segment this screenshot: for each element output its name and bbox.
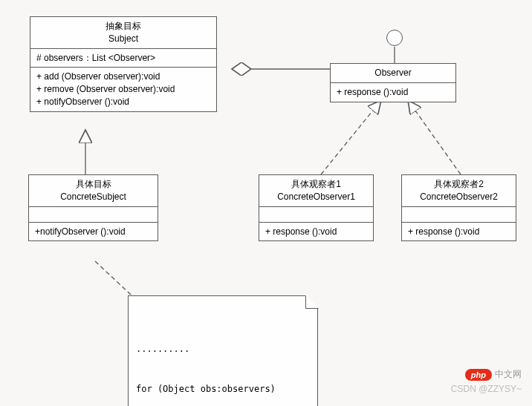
op-row: + response ():void <box>337 86 450 99</box>
class-concrete-observer1-attrs <box>259 207 373 223</box>
class-subject-title-en: Subject <box>36 33 210 45</box>
class-concrete-observer2-title-zh: 具体观察者2 <box>408 178 510 191</box>
php-logo-badge: php <box>465 369 492 381</box>
attr-row: # observers：List <Observer> <box>36 52 210 65</box>
class-concrete-observer2-title-en: ConcreteObserver2 <box>408 191 510 203</box>
class-concrete-observer1-ops: + response ():void <box>259 223 373 241</box>
realization-observer1-observer <box>321 100 381 174</box>
class-subject: 抽象目标 Subject # observers：List <Observer>… <box>30 16 217 112</box>
op-row: + notifyObserver ():void <box>36 96 210 108</box>
class-concrete-subject-title-zh: 具体目标 <box>35 178 152 191</box>
class-concrete-subject-attrs <box>29 207 158 223</box>
class-concrete-subject: 具体目标 ConcreteSubject +notifyObserver ():… <box>28 174 158 241</box>
class-subject-title: 抽象目标 Subject <box>30 17 216 49</box>
class-concrete-subject-title: 具体目标 ConcreteSubject <box>29 175 158 207</box>
class-concrete-observer2-title: 具体观察者2 ConcreteObserver2 <box>402 175 516 207</box>
note-box: .......... for (Object obs:observers) { … <box>128 295 318 406</box>
class-concrete-subject-title-en: ConcreteSubject <box>35 191 152 203</box>
class-subject-ops: + add (Observer observer):void + remove … <box>30 68 216 111</box>
class-subject-title-zh: 抽象目标 <box>36 20 210 33</box>
op-row: + response ():void <box>408 226 510 238</box>
class-observer-ops: + response ():void <box>331 83 455 102</box>
class-concrete-subject-ops: +notifyObserver ():void <box>29 223 158 241</box>
class-observer-title-en: Observer <box>374 68 411 78</box>
class-concrete-observer1-title-zh: 具体观察者1 <box>265 178 367 191</box>
class-concrete-observer1: 具体观察者1 ConcreteObserver1 + response ():v… <box>259 174 374 241</box>
class-subject-attrs: # observers：List <Observer> <box>30 49 216 68</box>
note-fold-icon <box>305 295 319 309</box>
class-concrete-observer1-title: 具体观察者1 ConcreteObserver1 <box>259 175 373 207</box>
op-row: + response ():void <box>265 226 367 238</box>
class-concrete-observer2-ops: + response ():void <box>402 223 516 241</box>
op-row: + remove (Observer observer):void <box>36 83 210 96</box>
class-concrete-observer1-title-en: ConcreteObserver1 <box>265 191 367 203</box>
op-row: +notifyObserver ():void <box>35 226 152 238</box>
class-concrete-observer2: 具体观察者2 ConcreteObserver2 + response ():v… <box>401 174 516 241</box>
note-line: for (Object obs:observers) <box>136 382 310 396</box>
watermark-zhongwen: 中文网 <box>495 368 522 381</box>
interface-circle <box>386 30 403 46</box>
class-observer-title: Observer <box>331 64 455 83</box>
op-row: + add (Observer observer):void <box>36 71 210 83</box>
watermark-csdn: CSDN @ZZYSY~ <box>451 384 522 394</box>
note-line: .......... <box>136 342 310 356</box>
realization-observer2-observer <box>408 100 461 174</box>
uml-canvas: 抽象目标 Subject # observers：List <Observer>… <box>0 0 532 406</box>
class-observer: Observer + response ():void <box>330 63 456 102</box>
class-concrete-observer2-attrs <box>402 207 516 223</box>
